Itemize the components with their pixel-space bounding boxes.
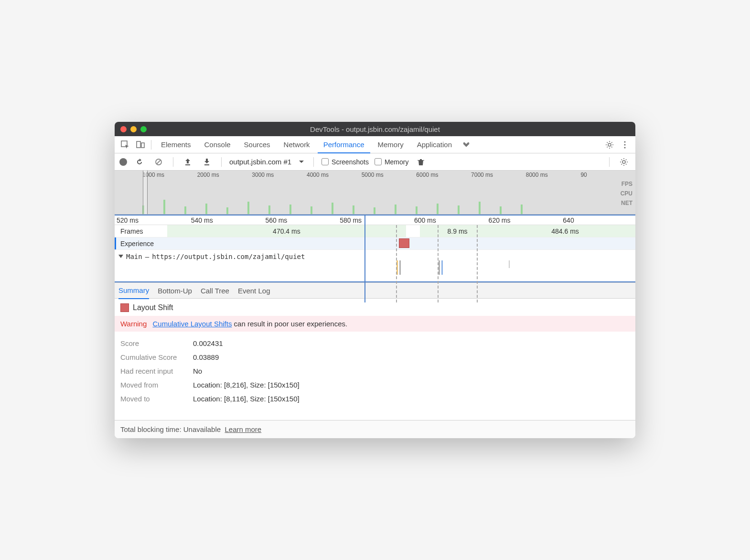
overview-tick: 1000 ms [142, 172, 197, 178]
checkbox-icon [375, 158, 382, 165]
main-thread-track[interactable]: Main — https://output.jsbin.com/zajamil/… [115, 250, 635, 282]
summary-title-text: Layout Shift [133, 303, 173, 312]
overview-tick: 5000 ms [362, 172, 417, 178]
overview-selection[interactable] [143, 171, 148, 214]
clear-icon[interactable] [152, 155, 165, 169]
tab-sources[interactable]: Sources [238, 136, 276, 153]
overview-tick: 4000 ms [307, 172, 362, 178]
panel-tabs: ElementsConsoleSourcesNetworkPerformance… [115, 136, 635, 153]
garbage-collect-icon[interactable] [414, 155, 428, 169]
warning-suffix: can result in poor user experiences. [232, 320, 347, 328]
tbt-value: Unavailable [183, 425, 221, 433]
svg-point-6 [624, 147, 625, 148]
inspect-element-icon[interactable] [118, 138, 132, 151]
subtab-call tree[interactable]: Call Tree [201, 282, 229, 299]
tab-network[interactable]: Network [278, 136, 316, 153]
titlebar[interactable]: DevTools - output.jsbin.com/zajamil/quie… [115, 122, 635, 136]
experience-track[interactable]: Experience [115, 237, 635, 250]
summary-row: Moved from Location: [8,216], Size: [150… [120, 378, 630, 392]
device-toolbar-icon[interactable] [134, 138, 147, 151]
learn-more-link[interactable]: Learn more [225, 425, 261, 433]
overview-tick: 3000 ms [252, 172, 307, 178]
subtab-event log[interactable]: Event Log [238, 282, 270, 299]
summary-key: Had recent input [120, 367, 187, 375]
cpu-label: CPU [621, 189, 632, 198]
ruler-tick: 540 ms [189, 215, 264, 225]
svg-rect-9 [185, 164, 190, 165]
ruler-tick: 560 ms [263, 215, 338, 225]
main-label: Main [126, 253, 142, 260]
summary-row: Had recent input No [120, 364, 630, 378]
divider [609, 157, 610, 167]
tab-application[interactable]: Application [411, 136, 458, 153]
flame-chart-area[interactable]: 520 ms540 ms560 ms580 ms600 ms620 ms640 … [115, 215, 635, 282]
svg-point-5 [624, 144, 625, 145]
maximize-window-button[interactable] [140, 126, 147, 132]
experience-label: Experience [115, 240, 167, 248]
frames-track[interactable]: Frames 470.4 ms8.9 ms484.6 ms [115, 225, 635, 237]
svg-rect-1 [137, 141, 140, 148]
warning-label: Warning [120, 320, 147, 328]
divider [151, 140, 151, 150]
reload-icon[interactable] [133, 155, 146, 169]
collapse-icon[interactable] [118, 255, 123, 258]
ruler-tick: 600 ms [412, 215, 487, 225]
traffic-lights [115, 126, 147, 132]
minimize-window-button[interactable] [130, 126, 137, 132]
overview-fps-bars [115, 179, 616, 214]
cls-doc-link[interactable]: Cumulative Layout Shifts [152, 320, 232, 328]
tbt-prefix: Total blocking time: [120, 425, 183, 433]
dropdown-icon[interactable] [297, 155, 306, 169]
ruler-tick: 620 ms [487, 215, 561, 225]
subtab-summary[interactable]: Summary [118, 283, 149, 299]
divider [221, 157, 222, 167]
memory-checkbox[interactable]: Memory [375, 158, 409, 166]
summary-value: 0.002431 [193, 339, 223, 347]
frame-block[interactable]: 484.6 ms [495, 225, 635, 237]
screenshots-label: Screenshots [332, 158, 369, 166]
close-window-button[interactable] [120, 126, 127, 132]
net-label: NET [621, 198, 632, 208]
layout-shift-event[interactable] [399, 238, 409, 248]
summary-row: Moved to Location: [8,116], Size: [150x1… [120, 392, 630, 406]
detail-ruler: 520 ms540 ms560 ms580 ms600 ms620 ms640 [115, 215, 635, 225]
status-bar: Total blocking time: Unavailable Learn m… [115, 420, 635, 438]
summary-row: Cumulative Score 0.03889 [120, 350, 630, 364]
memory-label: Memory [385, 158, 409, 166]
tab-memory[interactable]: Memory [372, 136, 409, 153]
frame-block[interactable]: 470.4 ms [167, 225, 406, 237]
tab-elements[interactable]: Elements [155, 136, 197, 153]
recording-selector-label[interactable]: output.jsbin.com #1 [229, 158, 291, 166]
checkbox-icon [321, 158, 329, 165]
record-button[interactable] [119, 158, 127, 166]
tab-performance[interactable]: Performance [318, 136, 370, 153]
divider [173, 157, 173, 167]
summary-row: Score 0.002431 [120, 336, 630, 350]
capture-settings-icon[interactable] [617, 155, 631, 169]
overview-tick: 7000 ms [471, 172, 526, 178]
more-tabs-icon[interactable] [460, 138, 473, 151]
divider [313, 157, 314, 167]
settings-icon[interactable] [603, 138, 616, 151]
download-icon[interactable] [200, 155, 214, 169]
svg-point-3 [608, 143, 611, 146]
svg-point-4 [624, 141, 625, 142]
overview-ruler: 1000 ms2000 ms3000 ms4000 ms5000 ms6000 … [115, 171, 635, 179]
frame-block[interactable]: 8.9 ms [420, 225, 495, 237]
upload-icon[interactable] [181, 155, 194, 169]
summary-panel: Layout Shift Warning Cumulative Layout S… [115, 299, 635, 410]
details-subtabs: SummaryBottom-UpCall TreeEvent Log [115, 282, 635, 299]
subtab-bottom-up[interactable]: Bottom-Up [158, 282, 192, 299]
overview-tick: 8000 ms [526, 172, 581, 178]
summary-key: Moved from [120, 381, 187, 389]
screenshots-checkbox[interactable]: Screenshots [321, 158, 369, 166]
timeline-overview[interactable]: 1000 ms2000 ms3000 ms4000 ms5000 ms6000 … [115, 171, 635, 215]
summary-value: Location: [8,116], Size: [150x150] [193, 395, 300, 403]
event-color-swatch [120, 303, 129, 312]
svg-rect-10 [204, 164, 209, 165]
overview-tick: 6000 ms [416, 172, 471, 178]
summary-key: Cumulative Score [120, 353, 187, 361]
kebab-menu-icon[interactable] [618, 138, 632, 151]
performance-toolbar: output.jsbin.com #1 Screenshots Memory [115, 153, 635, 171]
tab-console[interactable]: Console [199, 136, 236, 153]
